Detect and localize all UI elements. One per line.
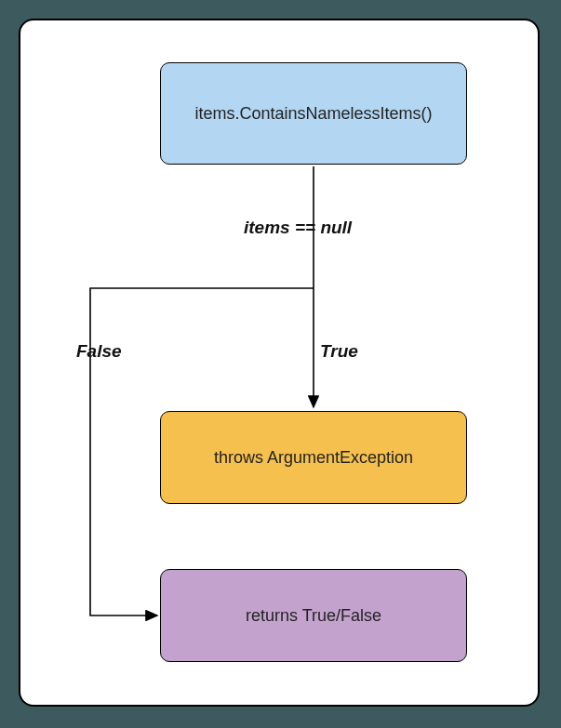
true-branch-label: True xyxy=(320,341,358,362)
false-branch-label: False xyxy=(76,341,122,362)
result-node: returns True/False xyxy=(160,569,467,662)
exception-node-label: throws ArgumentException xyxy=(214,448,413,468)
result-node-label: returns True/False xyxy=(246,606,381,626)
exception-node: throws ArgumentException xyxy=(160,411,467,504)
condition-label: items == null xyxy=(244,218,352,238)
flowchart-canvas: items.ContainsNamelessItems() items == n… xyxy=(19,19,540,707)
start-node: items.ContainsNamelessItems() xyxy=(160,62,467,165)
start-node-label: items.ContainsNamelessItems() xyxy=(194,104,432,124)
